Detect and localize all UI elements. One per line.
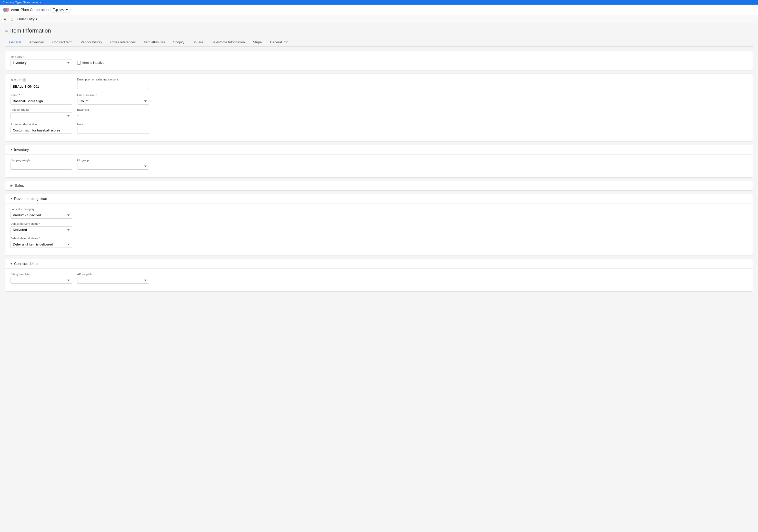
- banner-text: Company Type: Sales demo: [3, 1, 38, 4]
- fair-value-group: Fair value category Product - Specified …: [11, 208, 72, 218]
- unit-of-measure-group: Unit of measure Count Each Box: [77, 93, 149, 105]
- top-level-button[interactable]: Top level ▾: [50, 7, 71, 13]
- product-line-group: Product line ID: [11, 108, 72, 119]
- sales-card: ▶ Sales: [5, 181, 753, 191]
- name-input[interactable]: [11, 98, 72, 105]
- venn-logo: venn: [3, 7, 19, 12]
- item-type-section: Item type * Inventory Service Non-Invent…: [5, 51, 753, 71]
- tab-square[interactable]: Square: [189, 38, 207, 47]
- top-level-chevron-icon: ▾: [66, 8, 68, 12]
- revenue-form: Fair value category Product - Specified …: [5, 204, 753, 255]
- desc-sales-group: Description on sales transactions: [77, 78, 149, 90]
- base-unit-value: --: [77, 112, 149, 119]
- delivery-status-group: Default delivery status * Delivered Unde…: [11, 222, 72, 233]
- item-id-group: Item ID * ?: [11, 78, 72, 90]
- ext-desc-input[interactable]: [11, 127, 72, 134]
- tab-general[interactable]: General: [5, 38, 25, 47]
- billing-template-select[interactable]: [11, 277, 72, 284]
- fair-value-label: Fair value category: [11, 208, 72, 211]
- nav-label: Order Entry: [17, 17, 35, 21]
- product-line-select[interactable]: [11, 112, 72, 119]
- ap-template-group: AP template: [77, 273, 149, 284]
- venn-brand-text: venn: [11, 8, 19, 12]
- sales-chevron-icon: ▶: [11, 184, 13, 187]
- note-input[interactable]: [77, 127, 149, 134]
- logo-area: venn Plum Corporation Top level ▾: [3, 7, 71, 13]
- form-row-4: Extended description Note: [11, 123, 747, 134]
- tab-item-attributes[interactable]: Item attributes: [140, 38, 169, 47]
- item-id-input[interactable]: [11, 83, 72, 90]
- revenue-chevron-icon: ▾: [11, 197, 12, 200]
- tab-cross-references[interactable]: Cross references: [106, 38, 140, 47]
- delivery-status-select[interactable]: Delivered Undelivered: [11, 226, 72, 233]
- tab-salesforce[interactable]: Salesforce Information: [207, 38, 249, 47]
- shipping-weight-input[interactable]: [11, 163, 72, 170]
- name-group: Name *: [11, 93, 72, 105]
- item-type-group: Item type * Inventory Service Non-Invent…: [11, 55, 72, 66]
- banner-close[interactable]: ×: [40, 1, 41, 4]
- contract-default-title: Contract default: [14, 262, 40, 266]
- form-row-2: Name * Unit of measure Count Each Box: [11, 93, 747, 105]
- item-id-label: Item ID * ?: [11, 78, 72, 82]
- note-label: Note: [77, 123, 149, 126]
- home-icon[interactable]: ⌂: [11, 17, 13, 21]
- tabs-bar: General Advanced Contract term Vendor hi…: [5, 38, 753, 47]
- order-entry-nav[interactable]: Order Entry ▾: [17, 17, 37, 21]
- base-unit-group: Base unit --: [77, 108, 149, 119]
- contract-default-card: ▾ Contract default Billing template AP t…: [5, 259, 753, 292]
- item-type-required-star: *: [23, 55, 24, 58]
- tab-shopify[interactable]: Shopify: [169, 38, 188, 47]
- item-details-form: Item ID * ? Description on sales transac…: [5, 74, 753, 142]
- nav-bar: ★ ⌂ Order Entry ▾: [0, 15, 758, 23]
- unit-of-measure-label: Unit of measure: [77, 93, 149, 97]
- form-row-3: Product line ID Base unit --: [11, 108, 747, 119]
- shipping-weight-group: Shipping weight: [11, 159, 72, 170]
- inventory-row: Shipping weight GL group: [11, 159, 747, 170]
- inventory-card: ▾ Inventory Shipping weight GL group: [5, 145, 753, 178]
- ap-template-label: AP template: [77, 273, 149, 276]
- tab-contract-term[interactable]: Contract term: [48, 38, 77, 47]
- desc-sales-input[interactable]: [77, 82, 149, 89]
- item-type-label: Item type *: [11, 55, 72, 58]
- desc-sales-label: Description on sales transactions: [77, 78, 149, 81]
- inactive-checkbox[interactable]: [77, 61, 81, 65]
- tab-advanced[interactable]: Advanced: [25, 38, 48, 47]
- inactive-checkbox-row: Item is inactive: [77, 61, 104, 66]
- tab-vendor-history[interactable]: Vendor history: [77, 38, 106, 47]
- sales-title: Sales: [15, 183, 24, 187]
- billing-template-group: Billing template: [11, 273, 72, 284]
- item-id-help-icon[interactable]: ?: [22, 78, 26, 82]
- inventory-section-header[interactable]: ▾ Inventory: [5, 145, 753, 154]
- ap-template-select[interactable]: [77, 277, 149, 284]
- menu-lines-icon: ≡: [5, 28, 8, 34]
- gl-group-group: GL group: [77, 159, 149, 170]
- billing-template-label: Billing template: [11, 273, 72, 276]
- tab-general-info[interactable]: General Info: [266, 38, 293, 47]
- contract-templates-row: Billing template AP template: [11, 273, 747, 284]
- contract-chevron-icon: ▾: [11, 262, 12, 265]
- revenue-section-header[interactable]: ▾ Revenue recognition: [5, 194, 753, 204]
- gl-group-select[interactable]: [77, 163, 149, 170]
- deferral-status-select[interactable]: Defer until item is delivered Do not def…: [11, 241, 72, 248]
- deferral-status-label: Default deferral status *: [11, 237, 72, 240]
- venn-circles-icon: [3, 7, 10, 12]
- page-content: ≡ Item Information General Advanced Cont…: [0, 23, 758, 532]
- item-type-select[interactable]: Inventory Service Non-Inventory: [11, 59, 72, 66]
- item-details-section: Item ID * ? Description on sales transac…: [5, 74, 753, 142]
- star-icon[interactable]: ★: [3, 17, 7, 21]
- gl-group-label: GL group: [77, 159, 149, 162]
- company-name: Plum Corporation: [21, 8, 49, 12]
- delivery-status-row: Default delivery status * Delivered Unde…: [11, 222, 747, 233]
- unit-of-measure-select[interactable]: Count Each Box: [77, 98, 149, 105]
- inventory-chevron-icon: ▾: [11, 148, 12, 151]
- fair-value-select[interactable]: Product - Specified Product - VSOE Servi…: [11, 212, 72, 218]
- ext-desc-group: Extended description: [11, 123, 72, 134]
- revenue-title: Revenue recognition: [14, 197, 47, 201]
- revenue-card: ▾ Revenue recognition Fair value categor…: [5, 194, 753, 256]
- top-banner: Company Type: Sales demo ×: [0, 0, 758, 5]
- sales-section-header[interactable]: ▶ Sales: [5, 181, 753, 190]
- name-label: Name *: [11, 93, 72, 97]
- circle-right-icon: [5, 8, 9, 12]
- contract-default-header[interactable]: ▾ Contract default: [5, 259, 753, 269]
- tab-stripe[interactable]: Stripe: [249, 38, 266, 47]
